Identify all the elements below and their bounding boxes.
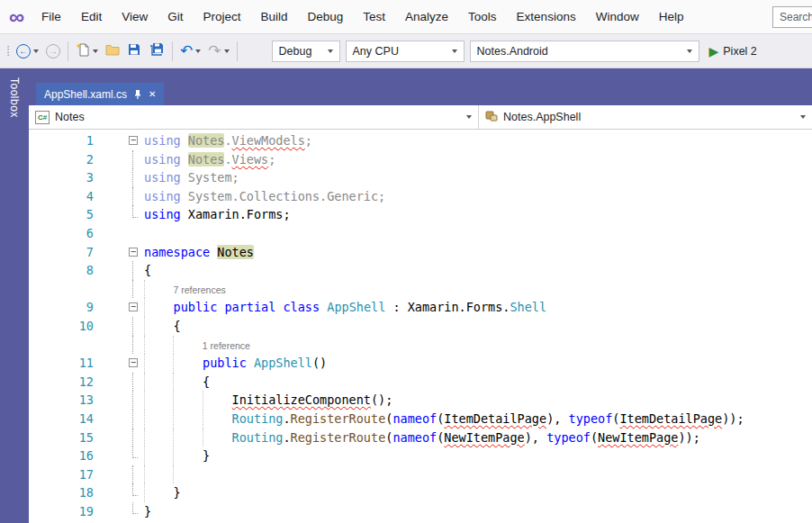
menu-item-extensions[interactable]: Extensions xyxy=(507,6,586,27)
code-content[interactable]: { xyxy=(144,373,812,392)
code-content[interactable]: using System.Collections.Generic; xyxy=(144,187,812,206)
chevron-down-icon xyxy=(466,115,472,119)
code-content[interactable]: { xyxy=(144,317,812,336)
code-content[interactable]: using System; xyxy=(144,168,812,187)
error-squiggle-token: Views xyxy=(232,152,269,167)
search-placeholder: Search (Ctrl+Q) xyxy=(780,11,812,23)
code-token: . xyxy=(283,411,290,426)
collapse-box-icon[interactable]: − xyxy=(129,248,138,257)
line-number[interactable]: 13 xyxy=(29,391,101,410)
menu-item-edit[interactable]: Edit xyxy=(71,6,112,27)
run-button[interactable]: ▶ Pixel 2 xyxy=(709,45,757,58)
menu-item-build[interactable]: Build xyxy=(250,6,297,27)
line-number[interactable]: 12 xyxy=(29,373,101,392)
pin-icon[interactable] xyxy=(133,89,142,100)
line-number[interactable]: 2 xyxy=(29,150,101,169)
line-number[interactable]: 3 xyxy=(29,168,101,187)
csharp-file-icon: C# xyxy=(35,111,50,124)
navigate-forward-button[interactable]: → xyxy=(42,40,64,63)
menu-item-debug[interactable]: Debug xyxy=(298,6,354,27)
code-token: ), xyxy=(525,430,546,445)
toolbar-separator xyxy=(172,41,173,61)
code-token xyxy=(181,207,188,221)
menu-item-project[interactable]: Project xyxy=(193,6,250,27)
error-squiggle-token: InitializeComponent xyxy=(232,392,371,407)
code-content[interactable]: using Notes.ViewModels; xyxy=(144,131,812,150)
navigate-back-button[interactable]: ← xyxy=(13,40,42,63)
code-content[interactable]: Routing.RegisterRoute(nameof(NewItemPage… xyxy=(144,428,812,447)
new-project-button[interactable] xyxy=(72,40,102,63)
project-name: Notes xyxy=(55,111,85,123)
menu-item-window[interactable]: Window xyxy=(586,6,649,27)
class-icon xyxy=(485,110,498,125)
code-content[interactable]: 1 reference xyxy=(144,336,812,355)
code-content[interactable]: public partial class AppShell : Xamarin.… xyxy=(144,298,812,317)
line-number[interactable]: 5 xyxy=(29,205,101,224)
code-content[interactable]: { xyxy=(144,261,812,280)
error-squiggle-token: ItemDetailPage xyxy=(619,411,722,426)
menu-item-view[interactable]: View xyxy=(112,6,158,27)
code-content[interactable]: 7 references xyxy=(144,280,812,299)
code-content[interactable]: using Notes.Views; xyxy=(144,150,812,169)
collapse-box-icon[interactable]: − xyxy=(129,302,138,311)
line-number[interactable]: 8 xyxy=(29,261,101,280)
open-file-button[interactable] xyxy=(102,40,123,63)
line-number[interactable]: 7 xyxy=(29,243,101,262)
save-floppy-icon xyxy=(127,42,141,59)
close-icon[interactable]: ✕ xyxy=(149,90,156,99)
code-content[interactable]: public AppShell() xyxy=(144,354,812,373)
code-content[interactable]: } xyxy=(144,483,812,502)
code-content[interactable]: } xyxy=(144,446,812,465)
menu-item-analyze[interactable]: Analyze xyxy=(395,6,458,27)
menu-item-file[interactable]: File xyxy=(32,6,71,27)
collapse-box-icon[interactable]: − xyxy=(129,136,138,145)
line-number[interactable]: 6 xyxy=(29,224,101,243)
menu-item-test[interactable]: Test xyxy=(353,6,395,27)
line-number[interactable]: 19 xyxy=(29,502,101,521)
project-dropdown[interactable]: C# Notes xyxy=(29,105,479,129)
menu-item-tools[interactable]: Tools xyxy=(458,6,507,27)
code-token: Shell xyxy=(510,300,546,314)
tab-appshell-xaml-cs[interactable]: AppShell.xaml.cs ✕ xyxy=(36,83,164,105)
line-number[interactable]: 11 xyxy=(29,354,101,373)
code-line: 19} xyxy=(29,502,812,521)
redo-button[interactable]: ↷ xyxy=(204,40,232,63)
undo-button[interactable]: ↶ xyxy=(176,40,204,63)
toolbar-grip[interactable]: ⁞ xyxy=(4,43,13,59)
line-number[interactable]: 4 xyxy=(29,187,101,206)
toolbox-panel-tab[interactable]: Toolbox xyxy=(0,68,29,523)
codelens-references[interactable]: 1 reference xyxy=(203,337,250,356)
solution-configuration-dropdown[interactable]: Debug xyxy=(272,41,340,62)
code-line: 5using Xamarin.Forms; xyxy=(29,205,812,224)
outline-margin-cell: − xyxy=(101,131,144,150)
code-content[interactable] xyxy=(144,465,812,484)
line-number[interactable]: 15 xyxy=(29,428,101,447)
code-content[interactable]: using Xamarin.Forms; xyxy=(144,205,812,224)
line-number[interactable]: 9 xyxy=(29,298,101,317)
menu-item-git[interactable]: Git xyxy=(158,6,193,27)
line-number xyxy=(29,336,101,355)
forward-arrow-icon: → xyxy=(46,44,60,59)
startup-project-dropdown[interactable]: Notes.Android xyxy=(470,41,699,62)
line-number[interactable]: 10 xyxy=(29,317,101,336)
menu-item-help[interactable]: Help xyxy=(649,6,694,27)
code-content[interactable]: } xyxy=(144,502,812,521)
collapse-box-icon[interactable]: − xyxy=(129,358,138,367)
code-content[interactable] xyxy=(144,224,812,243)
code-content[interactable]: namespace Notes xyxy=(144,243,812,262)
line-number[interactable]: 14 xyxy=(29,410,101,428)
save-button[interactable] xyxy=(123,40,145,63)
line-number[interactable]: 17 xyxy=(29,465,101,484)
code-content[interactable]: Routing.RegisterRoute(nameof(ItemDetailP… xyxy=(144,410,812,428)
outline-margin-cell xyxy=(101,446,144,465)
codelens-references[interactable]: 7 references xyxy=(173,281,225,300)
code-content[interactable]: InitializeComponent(); xyxy=(144,391,812,410)
type-member-dropdown[interactable]: Notes.AppShell xyxy=(479,105,812,129)
line-number[interactable]: 1 xyxy=(29,131,101,150)
solution-platform-dropdown[interactable]: Any CPU xyxy=(346,41,465,62)
search-box[interactable]: Search (Ctrl+Q) xyxy=(772,6,812,28)
line-number[interactable]: 18 xyxy=(29,483,101,502)
save-all-button[interactable] xyxy=(145,40,168,63)
chevron-down-icon xyxy=(328,50,333,53)
line-number[interactable]: 16 xyxy=(29,446,101,465)
